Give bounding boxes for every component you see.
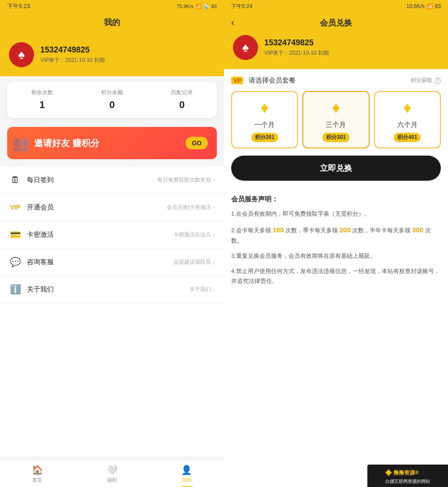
diamond-icon-3: ♦ xyxy=(403,98,411,117)
watermark-brand: 撸撸资源® xyxy=(393,469,419,477)
battery-left: 83 xyxy=(211,4,217,9)
terms-item-2: 2.会卡每天多领 100 次数，季卡每天多领 200 次数，半年卡每天多领 30… xyxy=(231,224,441,246)
right-header: ‹ 会员兑换 xyxy=(224,13,448,35)
left-user-info: 15324749825 VIP将于：2021-10-10 到期 xyxy=(40,45,105,64)
plan-card-6month[interactable]: ♦ 六个月 积分401 xyxy=(374,91,441,148)
menu-label-vip: 开通会员 xyxy=(27,203,161,212)
menu-item-vip[interactable]: VIP 开通会员 会员兑换|卡密激活 › xyxy=(0,194,224,221)
stat-matches: 匹配记录 0 xyxy=(171,89,193,111)
arrow-icon-0: › xyxy=(213,176,215,183)
stat-remaining-value: 1 xyxy=(31,99,53,111)
stat-matches-value: 0 xyxy=(171,99,193,111)
right-user-section: ♠ 15324749825 VIP将于：2021-10-10 到期 xyxy=(224,35,448,69)
right-user-phone: 15324749825 xyxy=(264,38,329,48)
mine-icon: 👤 xyxy=(181,465,192,475)
invite-banner[interactable]: 👥 邀请好友 赚积分 GO xyxy=(7,127,217,159)
vip-select-title: 请选择会员套餐 xyxy=(249,76,296,85)
wifi-icon: 📡 xyxy=(203,4,210,9)
stat-remaining-label: 剩余次数 xyxy=(31,89,53,96)
highlight-100: 100 xyxy=(272,226,284,234)
terms-item-3: 3.重复兑换会员服务，会员有效期将在原有基础上顺延。 xyxy=(231,251,441,261)
vip-title-group: VP 请选择会员套餐 xyxy=(231,76,296,85)
plan-card-1month[interactable]: ♦ 一个月 积分201 xyxy=(231,91,298,148)
watermark-logo: ◈ xyxy=(385,467,392,478)
menu-desc-support: 反馈建议请联系 › xyxy=(173,258,215,266)
left-speed: 75.9K/s xyxy=(177,4,193,9)
stat-matches-label: 匹配记录 xyxy=(171,89,193,96)
stat-points-label: 积分余额 xyxy=(101,89,123,96)
nav-home-label: 首页 xyxy=(32,477,42,483)
menu-list: 🗓 每日签到 每日免费获取次数奖励 › VIP 开通会员 会员兑换|卡密激活 ›… xyxy=(0,166,224,457)
exchange-button[interactable]: 立即兑换 xyxy=(231,156,441,181)
menu-desc-card: 卡密激活在这儿 › xyxy=(173,231,215,239)
plan-points-2: 积分301 xyxy=(323,133,349,142)
menu-label-about: 关于我们 xyxy=(27,285,184,294)
left-stats-card: 剩余次数 1 积分余额 0 匹配记录 0 xyxy=(7,82,217,118)
left-user-vip: VIP将于：2021-10-10 到期 xyxy=(40,57,105,64)
right-status-bar: 下午5:24 10.6K/s 📶 83 xyxy=(224,0,448,13)
diamond-icon-1: ♦ xyxy=(260,98,268,117)
left-status-right: 75.9K/s 📶 📡 83 xyxy=(177,4,217,9)
points-earn-link[interactable]: 积分获取 ? xyxy=(411,77,441,84)
nav-welfare[interactable]: 🤍 福利 xyxy=(75,461,150,487)
left-header: 我的 xyxy=(0,13,224,35)
left-page-title: 我的 xyxy=(104,18,120,27)
menu-item-support[interactable]: 💬 咨询客服 反馈建议请联系 › xyxy=(0,248,224,276)
back-button[interactable]: ‹ xyxy=(231,17,246,29)
arrow-icon-3: › xyxy=(213,258,215,265)
menu-desc-checkin: 每日免费获取次数奖励 › xyxy=(157,176,215,184)
right-status-icons: 10.6K/s 📶 83 xyxy=(406,3,441,9)
menu-item-card[interactable]: 💳 卡密激活 卡密激活在这儿 › xyxy=(0,221,224,248)
left-time: 下午5:23 xyxy=(7,2,30,10)
banner-go-button[interactable]: GO xyxy=(185,137,208,149)
watermark-text: ◈ 撸撸资源® 白嫖互联网资源的网站 xyxy=(385,467,430,484)
terms-title: 会员服务声明： xyxy=(231,195,441,204)
nav-mine-label: 我的 xyxy=(182,477,192,483)
home-icon: 🏠 xyxy=(32,465,43,475)
vip-select-section: VP 请选择会员套餐 积分获取 ? ♦ 一个月 积分201 ♦ 三个月 积分30… xyxy=(224,69,448,156)
support-icon: 💬 xyxy=(9,256,22,268)
plan-name-1: 一个月 xyxy=(254,121,275,129)
menu-label-checkin: 每日签到 xyxy=(27,176,152,184)
plan-points-1: 积分201 xyxy=(251,133,278,142)
left-user-phone: 15324749825 xyxy=(40,45,105,55)
right-time: 下午5:24 xyxy=(231,3,252,10)
nav-mine[interactable]: 👤 我的 xyxy=(149,461,224,487)
left-avatar: ♠ xyxy=(9,42,34,67)
diamond-icon-2: ♦ xyxy=(332,98,340,117)
banner-text: 邀请好友 赚积分 xyxy=(34,137,99,149)
terms-item-4: 4.禁止用户使用任何方式，发布违法违规信息，一经发现，本站有权查封该账号，并追究… xyxy=(231,266,441,286)
plan-name-3: 六个月 xyxy=(397,121,418,129)
right-user-vip: VIP将于：2021-10-10 到期 xyxy=(264,49,329,57)
right-page-title: 会员兑换 xyxy=(246,17,426,28)
highlight-200: 200 xyxy=(340,226,351,234)
right-speed: 10.6K/s xyxy=(406,3,425,9)
highlight-300: 300 xyxy=(412,226,423,234)
watermark-sub: 白嫖互联网资源的网站 xyxy=(385,478,430,485)
vip-icon: VIP xyxy=(9,201,22,213)
right-avatar: ♠ xyxy=(233,35,258,60)
left-status-bar: 下午5:23 75.9K/s 📶 📡 83 xyxy=(0,0,224,13)
help-icon: ? xyxy=(435,78,441,84)
menu-label-card: 卡密激活 xyxy=(27,230,168,239)
menu-item-checkin[interactable]: 🗓 每日签到 每日免费获取次数奖励 › xyxy=(0,166,224,194)
arrow-icon-4: › xyxy=(213,286,215,293)
nav-home[interactable]: 🏠 首页 xyxy=(0,461,75,487)
left-panel: 下午5:23 75.9K/s 📶 📡 83 我的 ♠ 15324749825 V… xyxy=(0,0,224,487)
nav-welfare-label: 福利 xyxy=(107,477,117,483)
right-user-info: 15324749825 VIP将于：2021-10-10 到期 xyxy=(264,38,329,57)
plan-card-3month[interactable]: ♦ 三个月 积分301 xyxy=(302,91,369,148)
stat-points-value: 0 xyxy=(101,99,123,111)
right-signal-icon: 📶 xyxy=(426,3,433,9)
menu-desc-vip: 会员兑换|卡密激活 › xyxy=(167,204,215,211)
vip-label-badge: VP xyxy=(231,77,243,84)
welfare-icon: 🤍 xyxy=(107,465,118,475)
menu-label-support: 咨询客服 xyxy=(27,258,168,266)
plan-name-2: 三个月 xyxy=(326,121,346,129)
card-icon: 💳 xyxy=(9,228,22,241)
arrow-icon-1: › xyxy=(213,204,215,211)
menu-item-about[interactable]: ℹ️ 关于我们 关于我们 › xyxy=(0,276,224,303)
vip-select-header: VP 请选择会员套餐 积分获取 ? xyxy=(231,76,441,85)
left-user-section: ♠ 15324749825 VIP将于：2021-10-10 到期 xyxy=(0,35,224,76)
terms-section: 会员服务声明： 1.在会员有效期内，即可免费领取字条（无需积分）。 2.会卡每天… xyxy=(224,188,448,465)
